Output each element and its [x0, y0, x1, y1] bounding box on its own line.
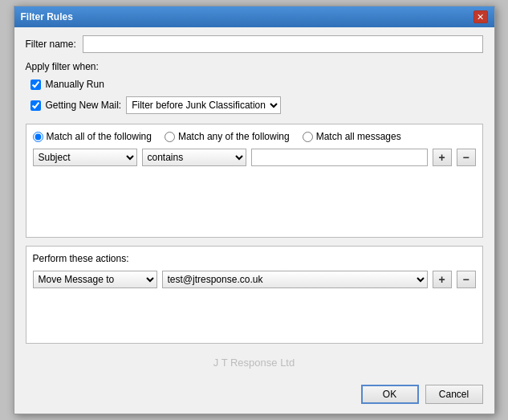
filter-value-input[interactable]: [251, 149, 428, 166]
getting-new-mail-label: Getting New Mail:: [46, 100, 122, 111]
getting-new-mail-checkbox[interactable]: [30, 100, 41, 111]
filter-name-input[interactable]: [83, 35, 483, 53]
filter-add-button[interactable]: +: [433, 149, 452, 166]
subject-select[interactable]: Subject From To CC Body Date: [33, 149, 137, 166]
bottom-buttons: OK Cancel: [14, 380, 494, 414]
destination-select[interactable]: test@jtresponse.co.uk: [162, 271, 428, 288]
actions-label: Perform these actions:: [33, 253, 476, 264]
filter-rules-dialog: Filter Rules ✕ Filter name: Apply filter…: [14, 6, 495, 414]
match-all-radio[interactable]: [33, 132, 43, 142]
actions-section: Perform these actions: Move Message to C…: [26, 246, 483, 344]
action-select[interactable]: Move Message to Copy Message to Forward …: [33, 271, 157, 288]
action-add-button[interactable]: +: [433, 271, 452, 288]
action-remove-button[interactable]: −: [457, 271, 476, 288]
getting-new-mail-row: Getting New Mail: Filter before Junk Cla…: [30, 96, 483, 114]
dialog-title: Filter Rules: [21, 11, 73, 22]
match-messages-radio[interactable]: [303, 132, 313, 142]
watermark: J T Response Ltd: [26, 349, 483, 372]
contains-select[interactable]: contains doesn't contain is isn't begins…: [142, 149, 246, 166]
manually-run-label: Manually Run: [46, 79, 104, 90]
filter-name-label: Filter name:: [26, 39, 76, 50]
ok-button[interactable]: OK: [361, 385, 419, 404]
close-button[interactable]: ✕: [473, 10, 488, 23]
radio-row: Match all of the following Match any of …: [33, 131, 476, 142]
filter-empty-area: [33, 166, 476, 230]
manually-run-checkbox[interactable]: [30, 80, 41, 90]
manually-run-row: Manually Run: [30, 79, 483, 90]
apply-filter-label: Apply filter when:: [26, 61, 483, 72]
filter-name-row: Filter name:: [26, 35, 483, 53]
filter-criteria-row: Subject From To CC Body Date contains do…: [33, 149, 476, 166]
match-all-option[interactable]: Match all of the following: [33, 131, 152, 142]
junk-classification-select[interactable]: Filter before Junk Classification: [126, 96, 281, 114]
match-any-label: Match any of the following: [178, 131, 290, 142]
actions-empty-area: [33, 288, 476, 336]
match-messages-label: Match all messages: [316, 131, 401, 142]
match-all-label: Match all of the following: [47, 131, 152, 142]
title-bar: Filter Rules ✕: [14, 6, 494, 27]
dialog-body: Filter name: Apply filter when: Manually…: [14, 27, 494, 380]
match-section: Match all of the following Match any of …: [26, 124, 483, 238]
match-any-radio[interactable]: [165, 132, 175, 142]
match-messages-option[interactable]: Match all messages: [303, 131, 401, 142]
action-row: Move Message to Copy Message to Forward …: [33, 271, 476, 288]
filter-remove-button[interactable]: −: [457, 149, 476, 166]
match-any-option[interactable]: Match any of the following: [165, 131, 290, 142]
cancel-button[interactable]: Cancel: [425, 385, 483, 404]
